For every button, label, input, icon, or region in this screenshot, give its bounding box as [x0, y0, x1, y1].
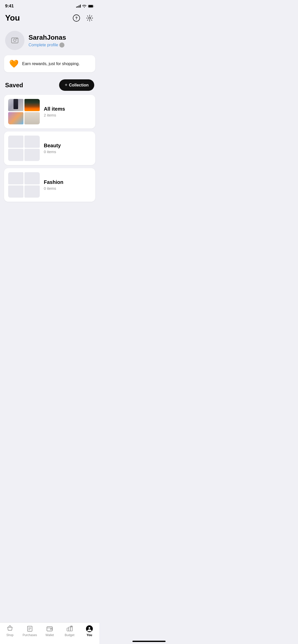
rewards-banner[interactable]: 🧡 Earn rewards, just for shopping.: [4, 55, 95, 72]
thumbnail-grid: [8, 99, 40, 124]
collection-count-fashion: 0 items: [44, 186, 63, 191]
svg-rect-1: [88, 5, 93, 7]
collection-count: 2 items: [44, 113, 65, 117]
svg-text:?: ?: [75, 16, 78, 20]
rewards-emoji: 🧡: [9, 59, 19, 68]
thumb-empty-2: [24, 136, 40, 148]
thumbnail-grid-beauty: [8, 136, 40, 161]
header-action-icons: ?: [72, 13, 94, 23]
thumbnail-grid-fashion: [8, 172, 40, 198]
profile-info: SarahJonas Complete profile: [29, 34, 66, 48]
page-title: You: [5, 13, 20, 23]
add-collection-button[interactable]: + Collection: [59, 79, 94, 91]
thumb-perfume: [8, 99, 23, 111]
plus-icon: +: [65, 82, 67, 88]
thumb-textile: [8, 112, 23, 124]
thumb-empty-1: [8, 136, 23, 148]
profile-username: SarahJonas: [29, 34, 66, 41]
complete-profile-link[interactable]: Complete profile: [29, 42, 66, 48]
svg-point-6: [13, 39, 16, 41]
help-button[interactable]: ?: [72, 13, 81, 23]
collection-info-beauty: Beauty 0 items: [44, 143, 61, 154]
profile-section: SarahJonas Complete profile: [0, 27, 99, 55]
collections-list: All items 2 items Beauty 0 items: [0, 95, 99, 202]
saved-title: Saved: [5, 82, 23, 89]
collection-info-fashion: Fashion 0 items: [44, 179, 63, 191]
thumb-bowl: [24, 112, 40, 124]
rewards-text: Earn rewards, just for shopping.: [22, 62, 80, 66]
thumb-empty-5: [8, 172, 23, 184]
battery-icon: [88, 5, 94, 8]
status-icons: [76, 5, 94, 8]
wifi-icon: [82, 5, 86, 8]
collection-name-beauty: Beauty: [44, 143, 61, 149]
svg-point-7: [16, 38, 17, 39]
settings-button[interactable]: [85, 13, 94, 23]
collection-name-fashion: Fashion: [44, 179, 63, 185]
thumb-empty-8: [24, 185, 40, 198]
status-time: 9:41: [5, 4, 14, 9]
avatar[interactable]: [5, 31, 24, 50]
thumb-empty-3: [8, 149, 23, 161]
page-header: You ?: [0, 11, 99, 27]
svg-point-4: [89, 17, 91, 19]
collection-card-all-items[interactable]: All items 2 items: [4, 95, 95, 128]
thumb-empty-6: [24, 172, 40, 184]
status-bar: 9:41: [0, 0, 99, 11]
signal-icon: [76, 5, 81, 8]
thumb-fireplace: [24, 99, 40, 111]
collection-card-fashion[interactable]: Fashion 0 items: [4, 168, 95, 202]
collection-count-beauty: 0 items: [44, 150, 61, 154]
collection-card-beauty[interactable]: Beauty 0 items: [4, 131, 95, 165]
saved-section-header: Saved + Collection: [0, 77, 99, 95]
thumb-empty-7: [8, 185, 23, 198]
complete-dot-indicator: [59, 42, 64, 48]
collection-name: All items: [44, 106, 65, 112]
collection-info: All items 2 items: [44, 106, 65, 117]
thumb-empty-4: [24, 149, 40, 161]
